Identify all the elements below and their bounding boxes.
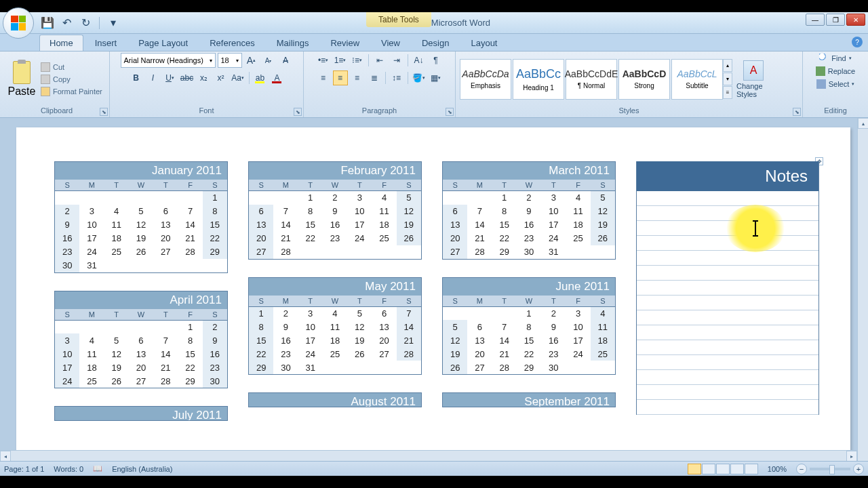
subscript-icon[interactable]: x₂ (197, 70, 212, 85)
align-left-icon[interactable]: ≡ (316, 70, 331, 85)
language-status[interactable]: English (Australia) (112, 465, 172, 473)
strike-icon[interactable]: abc (180, 70, 195, 85)
notes-panel: Notes (636, 161, 819, 415)
justify-icon[interactable]: ≣ (367, 70, 382, 85)
scroll-right-icon[interactable]: ▸ (846, 451, 857, 461)
style-down-icon[interactable]: ▾ (723, 73, 732, 85)
style-emphasis[interactable]: AaBbCcDaEmphasis (460, 59, 511, 100)
zoom-out-icon[interactable]: − (796, 464, 807, 474)
select-button[interactable]: Select▾ (814, 79, 858, 89)
tab-insert[interactable]: Insert (85, 35, 127, 51)
tab-layout[interactable]: Layout (460, 35, 507, 51)
line-spacing-icon[interactable]: ↕≡ (389, 70, 404, 85)
horizontal-scrollbar[interactable]: ◂ ▸ (0, 450, 857, 461)
tab-design[interactable]: Design (412, 35, 459, 51)
indent-increase-icon[interactable]: ⇥ (389, 53, 404, 68)
ribbon: Paste Cut Copy Format Painter Clipboard … (0, 52, 868, 118)
help-icon[interactable]: ? (852, 37, 863, 47)
grow-font-icon[interactable]: A▴ (244, 53, 259, 68)
tab-page-layout[interactable]: Page Layout (128, 35, 198, 51)
font-label: Font (114, 105, 299, 116)
multilevel-icon[interactable]: ⁝≡▾ (350, 53, 365, 68)
office-button[interactable] (3, 7, 34, 39)
bold-icon[interactable]: B (129, 70, 144, 85)
italic-icon[interactable]: I (146, 70, 161, 85)
font-dialog-icon[interactable]: ⬊ (294, 108, 302, 116)
tab-mailings[interactable]: Mailings (267, 35, 319, 51)
month-july-2011: July 2011 (54, 406, 228, 421)
show-marks-icon[interactable]: ¶ (429, 53, 443, 68)
bullets-icon[interactable]: •≡▾ (316, 53, 331, 68)
tab-home[interactable]: Home (39, 35, 83, 51)
style-strong[interactable]: AaBbCcDStrong (618, 59, 670, 100)
zoom-level[interactable]: 100% (768, 465, 787, 473)
spell-check-icon[interactable]: 📖 (93, 464, 102, 473)
copy-button[interactable]: Copy (38, 74, 105, 85)
numbering-icon[interactable]: 1≡▾ (333, 53, 348, 68)
document-area[interactable]: January 2011SMTWTFS123456789101112131415… (0, 118, 868, 461)
cut-button[interactable]: Cut (38, 62, 105, 73)
shading-icon[interactable]: 🪣▾ (412, 70, 427, 85)
change-styles-button[interactable]: A Change Styles (736, 60, 770, 98)
month-june-2011: June 2011SMTWTFS123456789101112131415161… (442, 277, 616, 375)
change-case-icon[interactable]: Aa▾ (231, 70, 245, 85)
clipboard-dialog-icon[interactable]: ⬊ (100, 108, 108, 116)
outline-icon[interactable] (730, 464, 744, 474)
page-status[interactable]: Page: 1 of 1 (4, 465, 44, 473)
web-layout-icon[interactable] (716, 464, 730, 474)
scroll-up-icon[interactable]: ▴ (858, 118, 868, 129)
tab-review[interactable]: Review (320, 35, 370, 51)
style-up-icon[interactable]: ▴ (723, 59, 732, 72)
month-september-2011: September 2011 (442, 392, 616, 407)
font-color-icon[interactable]: A (270, 70, 285, 85)
tab-references[interactable]: References (199, 35, 264, 51)
zoom-slider[interactable] (810, 468, 850, 470)
zoom-in-icon[interactable]: + (853, 464, 864, 474)
underline-icon[interactable]: U▾ (163, 70, 178, 85)
maximize-button[interactable]: ❐ (826, 14, 845, 26)
minimize-button[interactable]: — (806, 14, 825, 26)
style---normal[interactable]: AaBbCcDdE¶ Normal (566, 59, 617, 100)
font-size-select[interactable]: 18▾ (218, 53, 242, 68)
borders-icon[interactable]: ▦▾ (429, 70, 443, 85)
font-name-select[interactable]: Arial Narrow (Headings)▾ (121, 53, 216, 68)
close-button[interactable]: ✕ (846, 14, 865, 26)
page: January 2011SMTWTFS123456789101112131415… (16, 127, 850, 453)
notes-title: Notes (637, 161, 818, 191)
style-more-icon[interactable]: ≡ (723, 86, 732, 99)
paste-button[interactable]: Paste (8, 61, 35, 98)
styles-dialog-icon[interactable]: ⬊ (793, 108, 801, 116)
sort-icon[interactable]: A↓ (412, 53, 427, 68)
paragraph-dialog-icon[interactable]: ⬊ (446, 108, 454, 116)
redo-icon[interactable]: ↻ (80, 18, 91, 28)
draft-icon[interactable] (745, 464, 758, 474)
style-gallery: AaBbCcDaEmphasisAaBbCcHeading 1AaBbCcDdE… (460, 56, 723, 103)
superscript-icon[interactable]: x² (214, 70, 229, 85)
scroll-left-icon[interactable]: ◂ (0, 451, 11, 461)
save-icon[interactable]: 💾 (42, 18, 53, 28)
titlebar: 💾 ↶ ↻ ▾ Document5 - Microsoft Word Table… (0, 12, 868, 34)
clear-format-icon[interactable]: A̶ (278, 53, 293, 68)
replace-button[interactable]: Replace (813, 66, 858, 77)
undo-icon[interactable]: ↶ (61, 18, 72, 28)
word-count[interactable]: Words: 0 (54, 465, 83, 473)
text-cursor-icon (755, 220, 756, 237)
month-may-2011: May 2011SMTWTFS1234567891011121314151617… (248, 277, 422, 375)
style-heading-1[interactable]: AaBbCcHeading 1 (513, 59, 564, 100)
find-button[interactable]: Find▾ (816, 53, 854, 64)
tab-view[interactable]: View (371, 35, 410, 51)
month-january-2011: January 2011SMTWTFS123456789101112131415… (54, 161, 228, 273)
month-april-2011: April 2011SMTWTFS12345678910111213141516… (54, 291, 228, 389)
indent-decrease-icon[interactable]: ⇤ (372, 53, 387, 68)
shrink-font-icon[interactable]: A▾ (261, 53, 276, 68)
print-layout-icon[interactable] (688, 464, 701, 474)
align-center-icon[interactable]: ≡ (333, 70, 348, 85)
vertical-scrollbar[interactable]: ▴ (857, 118, 868, 461)
align-right-icon[interactable]: ≡ (350, 70, 365, 85)
highlight-color-icon[interactable]: ab (253, 70, 268, 85)
style-subtitle[interactable]: AaBbCcLSubtitle (671, 59, 723, 100)
table-tools-tab[interactable]: Table Tools (366, 12, 431, 27)
format-painter-button[interactable]: Format Painter (38, 86, 105, 97)
full-reading-icon[interactable] (702, 464, 715, 474)
qat-dropdown-icon[interactable]: ▾ (108, 18, 119, 28)
